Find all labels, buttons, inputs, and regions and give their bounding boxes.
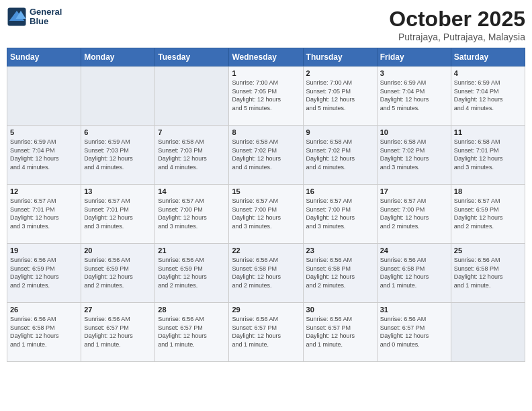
calendar-week-row: 12Sunrise: 6:57 AM Sunset: 7:01 PM Dayli… bbox=[7, 185, 525, 244]
calendar-cell: 6Sunrise: 6:59 AM Sunset: 7:03 PM Daylig… bbox=[81, 126, 155, 185]
day-number: 21 bbox=[158, 246, 226, 255]
day-info: Sunrise: 6:56 AM Sunset: 6:58 PM Dayligh… bbox=[306, 256, 374, 289]
day-number: 9 bbox=[306, 128, 374, 136]
day-info: Sunrise: 6:57 AM Sunset: 7:00 PM Dayligh… bbox=[232, 197, 300, 230]
calendar-cell: 27Sunrise: 6:56 AM Sunset: 6:57 PM Dayli… bbox=[81, 303, 155, 362]
day-number: 27 bbox=[84, 306, 152, 314]
calendar-cell: 3Sunrise: 6:59 AM Sunset: 7:04 PM Daylig… bbox=[377, 66, 451, 126]
calendar-week-row: 1Sunrise: 7:00 AM Sunset: 7:05 PM Daylig… bbox=[7, 66, 525, 126]
day-info: Sunrise: 6:59 AM Sunset: 7:04 PM Dayligh… bbox=[454, 79, 522, 112]
day-info: Sunrise: 6:59 AM Sunset: 7:04 PM Dayligh… bbox=[380, 79, 448, 112]
day-info: Sunrise: 6:59 AM Sunset: 7:04 PM Dayligh… bbox=[10, 138, 78, 171]
calendar-cell: 29Sunrise: 6:56 AM Sunset: 6:57 PM Dayli… bbox=[229, 303, 303, 362]
calendar-cell: 25Sunrise: 6:56 AM Sunset: 6:58 PM Dayli… bbox=[451, 244, 525, 303]
day-number: 10 bbox=[380, 128, 448, 136]
day-info: Sunrise: 6:59 AM Sunset: 7:03 PM Dayligh… bbox=[84, 138, 152, 171]
day-number: 18 bbox=[454, 187, 522, 195]
logo-icon bbox=[7, 7, 27, 27]
day-number: 28 bbox=[158, 306, 226, 314]
day-number: 20 bbox=[84, 246, 152, 255]
calendar-cell: 7Sunrise: 6:58 AM Sunset: 7:03 PM Daylig… bbox=[155, 126, 229, 185]
calendar-cell: 19Sunrise: 6:56 AM Sunset: 6:59 PM Dayli… bbox=[7, 244, 81, 303]
day-number: 6 bbox=[84, 128, 152, 136]
day-info: Sunrise: 6:56 AM Sunset: 6:59 PM Dayligh… bbox=[84, 256, 152, 289]
day-number: 26 bbox=[10, 306, 78, 314]
day-info: Sunrise: 6:56 AM Sunset: 6:58 PM Dayligh… bbox=[380, 256, 448, 289]
calendar-cell: 18Sunrise: 6:57 AM Sunset: 6:59 PM Dayli… bbox=[451, 185, 525, 244]
day-info: Sunrise: 6:58 AM Sunset: 7:02 PM Dayligh… bbox=[380, 138, 448, 171]
day-info: Sunrise: 6:57 AM Sunset: 6:59 PM Dayligh… bbox=[454, 197, 522, 230]
calendar-week-row: 26Sunrise: 6:56 AM Sunset: 6:58 PM Dayli… bbox=[7, 303, 525, 362]
day-header: Thursday bbox=[303, 48, 377, 66]
calendar-cell: 20Sunrise: 6:56 AM Sunset: 6:59 PM Dayli… bbox=[81, 244, 155, 303]
day-info: Sunrise: 6:58 AM Sunset: 7:02 PM Dayligh… bbox=[232, 138, 300, 171]
day-info: Sunrise: 7:00 AM Sunset: 7:05 PM Dayligh… bbox=[232, 79, 300, 112]
calendar-cell: 30Sunrise: 6:56 AM Sunset: 6:57 PM Dayli… bbox=[303, 303, 377, 362]
day-info: Sunrise: 6:58 AM Sunset: 7:01 PM Dayligh… bbox=[454, 138, 522, 171]
day-number: 2 bbox=[306, 69, 374, 77]
calendar-cell: 10Sunrise: 6:58 AM Sunset: 7:02 PM Dayli… bbox=[377, 126, 451, 185]
calendar-cell bbox=[451, 303, 525, 362]
day-info: Sunrise: 6:57 AM Sunset: 7:01 PM Dayligh… bbox=[84, 197, 152, 230]
calendar-cell: 4Sunrise: 6:59 AM Sunset: 7:04 PM Daylig… bbox=[451, 66, 525, 126]
day-number: 4 bbox=[454, 69, 522, 77]
days-header-row: SundayMondayTuesdayWednesdayThursdayFrid… bbox=[7, 48, 525, 66]
day-number: 12 bbox=[10, 187, 78, 195]
calendar-week-row: 19Sunrise: 6:56 AM Sunset: 6:59 PM Dayli… bbox=[7, 244, 525, 303]
day-header: Wednesday bbox=[229, 48, 303, 66]
day-header: Saturday bbox=[451, 48, 525, 66]
day-info: Sunrise: 6:56 AM Sunset: 6:57 PM Dayligh… bbox=[158, 315, 226, 349]
calendar-cell bbox=[7, 66, 81, 126]
page-header: General Blue October 2025 Putrajaya, Put… bbox=[7, 7, 525, 42]
day-header: Sunday bbox=[7, 48, 81, 66]
calendar-cell: 12Sunrise: 6:57 AM Sunset: 7:01 PM Dayli… bbox=[7, 185, 81, 244]
calendar-cell bbox=[81, 66, 155, 126]
day-info: Sunrise: 6:58 AM Sunset: 7:02 PM Dayligh… bbox=[306, 138, 374, 171]
calendar-title: October 2025 bbox=[389, 7, 525, 32]
calendar-cell: 14Sunrise: 6:57 AM Sunset: 7:00 PM Dayli… bbox=[155, 185, 229, 244]
calendar-cell: 1Sunrise: 7:00 AM Sunset: 7:05 PM Daylig… bbox=[229, 66, 303, 126]
calendar-cell: 11Sunrise: 6:58 AM Sunset: 7:01 PM Dayli… bbox=[451, 126, 525, 185]
day-number: 19 bbox=[10, 246, 78, 255]
calendar-cell: 15Sunrise: 6:57 AM Sunset: 7:00 PM Dayli… bbox=[229, 185, 303, 244]
day-info: Sunrise: 6:57 AM Sunset: 7:00 PM Dayligh… bbox=[380, 197, 448, 230]
day-number: 5 bbox=[10, 128, 78, 136]
day-number: 16 bbox=[306, 187, 374, 195]
day-info: Sunrise: 6:56 AM Sunset: 6:57 PM Dayligh… bbox=[232, 315, 300, 349]
day-number: 24 bbox=[380, 246, 448, 255]
day-number: 31 bbox=[380, 306, 448, 314]
calendar-cell: 31Sunrise: 6:56 AM Sunset: 6:57 PM Dayli… bbox=[377, 303, 451, 362]
day-info: Sunrise: 6:58 AM Sunset: 7:03 PM Dayligh… bbox=[158, 138, 226, 171]
calendar-cell: 17Sunrise: 6:57 AM Sunset: 7:00 PM Dayli… bbox=[377, 185, 451, 244]
calendar-cell: 24Sunrise: 6:56 AM Sunset: 6:58 PM Dayli… bbox=[377, 244, 451, 303]
day-info: Sunrise: 6:56 AM Sunset: 6:58 PM Dayligh… bbox=[454, 256, 522, 289]
calendar-cell: 13Sunrise: 6:57 AM Sunset: 7:01 PM Dayli… bbox=[81, 185, 155, 244]
day-info: Sunrise: 6:56 AM Sunset: 6:59 PM Dayligh… bbox=[10, 256, 78, 289]
day-number: 23 bbox=[306, 246, 374, 255]
day-number: 11 bbox=[454, 128, 522, 136]
day-info: Sunrise: 6:57 AM Sunset: 7:01 PM Dayligh… bbox=[10, 197, 78, 230]
day-number: 1 bbox=[232, 69, 300, 77]
day-number: 29 bbox=[232, 306, 300, 314]
day-info: Sunrise: 6:57 AM Sunset: 7:00 PM Dayligh… bbox=[158, 197, 226, 230]
calendar-cell bbox=[155, 66, 229, 126]
calendar-cell: 16Sunrise: 6:57 AM Sunset: 7:00 PM Dayli… bbox=[303, 185, 377, 244]
day-number: 22 bbox=[232, 246, 300, 255]
day-info: Sunrise: 6:57 AM Sunset: 7:00 PM Dayligh… bbox=[306, 197, 374, 230]
calendar-cell: 28Sunrise: 6:56 AM Sunset: 6:57 PM Dayli… bbox=[155, 303, 229, 362]
day-header: Friday bbox=[377, 48, 451, 66]
day-number: 14 bbox=[158, 187, 226, 195]
day-number: 13 bbox=[84, 187, 152, 195]
day-number: 30 bbox=[306, 306, 374, 314]
day-info: Sunrise: 6:56 AM Sunset: 6:58 PM Dayligh… bbox=[10, 315, 78, 349]
calendar-cell: 8Sunrise: 6:58 AM Sunset: 7:02 PM Daylig… bbox=[229, 126, 303, 185]
day-info: Sunrise: 6:56 AM Sunset: 6:58 PM Dayligh… bbox=[232, 256, 300, 289]
logo: General Blue bbox=[7, 7, 62, 27]
calendar-week-row: 5Sunrise: 6:59 AM Sunset: 7:04 PM Daylig… bbox=[7, 126, 525, 185]
calendar-table: SundayMondayTuesdayWednesdayThursdayFrid… bbox=[7, 48, 525, 362]
day-info: Sunrise: 6:56 AM Sunset: 6:57 PM Dayligh… bbox=[380, 315, 448, 349]
day-info: Sunrise: 7:00 AM Sunset: 7:05 PM Dayligh… bbox=[306, 79, 374, 112]
calendar-cell: 21Sunrise: 6:56 AM Sunset: 6:59 PM Dayli… bbox=[155, 244, 229, 303]
logo-line1: General bbox=[30, 7, 62, 17]
day-info: Sunrise: 6:56 AM Sunset: 6:57 PM Dayligh… bbox=[84, 315, 152, 349]
